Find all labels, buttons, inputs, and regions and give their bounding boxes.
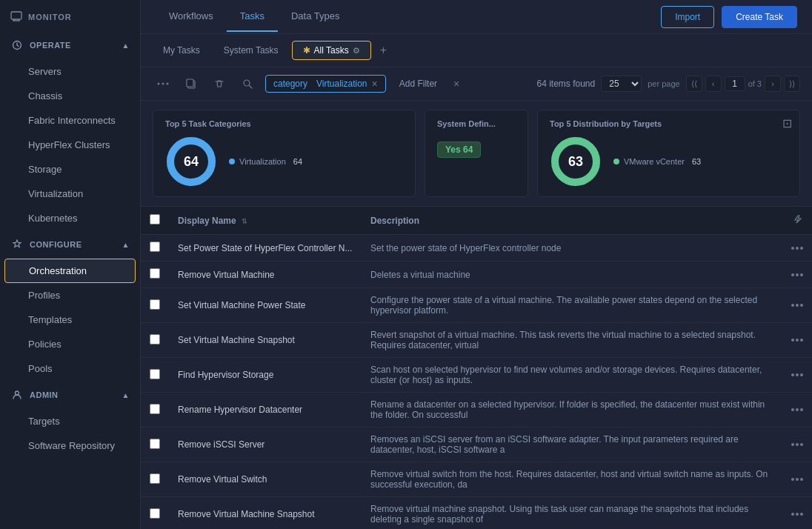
- monitor-label: MONITOR: [28, 13, 72, 21]
- sidebar-item-orchestration[interactable]: Orchestration: [4, 259, 136, 283]
- all-tasks-gear-icon[interactable]: ⚙: [353, 46, 360, 56]
- page-prev-button[interactable]: ‹: [705, 76, 722, 92]
- table-row[interactable]: Set Virtual Machine Snapshot Revert snap…: [141, 323, 812, 358]
- sub-tab-my-tasks[interactable]: My Tasks: [153, 41, 210, 59]
- page-number-input[interactable]: [725, 76, 745, 91]
- sidebar-item-pools[interactable]: Pools: [0, 356, 140, 381]
- sidebar-item-targets[interactable]: Targets: [0, 409, 140, 433]
- import-button[interactable]: Import: [661, 6, 714, 28]
- table-row[interactable]: Set Power State of HyperFlex Controller …: [141, 235, 812, 262]
- row-display-name-0: Set Power State of HyperFlex Controller …: [169, 235, 362, 262]
- row-more-button-0[interactable]: [791, 247, 803, 250]
- page-first-button[interactable]: ⟨⟨: [686, 76, 702, 92]
- admin-icon: [10, 388, 24, 402]
- row-more-button-5[interactable]: [791, 408, 803, 411]
- top5-dist-content: 63 VMware vCenter 63: [550, 136, 788, 187]
- tab-data-types[interactable]: Data Types: [278, 1, 353, 32]
- operate-section-header[interactable]: OPERATE ▲: [0, 31, 140, 59]
- add-tab-button[interactable]: +: [374, 40, 393, 61]
- row-checkbox-4[interactable]: [150, 369, 160, 379]
- delete-icon[interactable]: [209, 73, 230, 94]
- configure-section-header[interactable]: CONFIGURE ▲: [0, 230, 140, 259]
- row-more-button-4[interactable]: [791, 373, 803, 376]
- add-filter-button[interactable]: Add Filter: [393, 76, 443, 91]
- charts-row: Top 5 Task Categories 64 Virtualization: [141, 101, 812, 207]
- sort-arrows-name: ⇅: [242, 218, 247, 225]
- row-checkbox-8[interactable]: [150, 508, 160, 519]
- table-row[interactable]: Set Virtual Machine Power State Configur…: [141, 288, 812, 323]
- tab-workflows[interactable]: Workflows: [156, 1, 227, 32]
- table-row[interactable]: Remove iSCSI Server Removes an iSCSI ser…: [141, 427, 812, 462]
- row-checkbox-0[interactable]: [150, 242, 160, 252]
- page-next-button[interactable]: ›: [765, 76, 781, 92]
- sidebar-item-virtualization[interactable]: Virtualization: [0, 182, 140, 206]
- tab-tasks[interactable]: Tasks: [227, 1, 278, 32]
- table-row[interactable]: Remove Virtual Machine Deletes a virtual…: [141, 262, 812, 288]
- sub-tab-system-tasks[interactable]: System Tasks: [213, 41, 289, 59]
- page-last-button[interactable]: ⟩⟩: [784, 76, 800, 92]
- more-options-icon[interactable]: [153, 73, 173, 94]
- row-more-button-6[interactable]: [791, 443, 803, 446]
- row-more-button-2[interactable]: [791, 304, 803, 307]
- row-display-name-8: Remove Virtual Machine Snapshot: [169, 497, 362, 530]
- row-actions-0[interactable]: [782, 235, 812, 262]
- filter-remove-icon[interactable]: ×: [372, 78, 378, 90]
- row-checkbox-2[interactable]: [150, 299, 160, 310]
- table-row[interactable]: Rename Hypervisor Datacenter Rename a da…: [141, 393, 812, 427]
- configure-icon: [10, 238, 24, 251]
- row-actions-5[interactable]: [782, 393, 812, 427]
- sidebar-item-policies[interactable]: Policies: [0, 332, 140, 356]
- row-actions-4[interactable]: [782, 358, 812, 393]
- row-checkbox-3[interactable]: [150, 334, 160, 345]
- row-checkbox-1[interactable]: [150, 268, 160, 279]
- sidebar-item-servers[interactable]: Servers: [0, 59, 140, 84]
- row-more-button-3[interactable]: [791, 339, 803, 342]
- row-description-7: Remove virtual switch from the host. Req…: [362, 462, 782, 497]
- row-checkbox-6[interactable]: [150, 439, 160, 449]
- admin-section-header[interactable]: ADMIN ▲: [0, 381, 140, 409]
- row-checkbox-7[interactable]: [150, 473, 160, 484]
- per-page-label: per page: [648, 79, 679, 88]
- create-task-button[interactable]: Create Task: [722, 6, 797, 28]
- legend-label-virtualization: Virtualization: [239, 157, 286, 166]
- admin-chevron: ▲: [122, 391, 130, 399]
- filter-tag[interactable]: category Virtualization ×: [265, 75, 386, 93]
- row-actions-8[interactable]: [782, 497, 812, 530]
- top-nav-actions: Import Create Task: [661, 6, 797, 28]
- configure-chevron: ▲: [122, 241, 130, 249]
- sub-tab-all-tasks[interactable]: ✱ All Tasks ⚙: [292, 41, 371, 60]
- table-row[interactable]: Remove Virtual Machine Snapshot Remove v…: [141, 497, 812, 530]
- row-display-name-3: Set Virtual Machine Snapshot: [169, 323, 362, 358]
- row-actions-3[interactable]: [782, 323, 812, 358]
- row-display-name-7: Remove Virtual Switch: [169, 462, 362, 497]
- row-checkbox-5[interactable]: [150, 404, 160, 414]
- sidebar-item-profiles[interactable]: Profiles: [0, 283, 140, 307]
- row-description-8: Remove virtual machine snapshot. Using t…: [362, 497, 782, 530]
- row-actions-2[interactable]: [782, 288, 812, 323]
- row-more-button-7[interactable]: [791, 478, 803, 481]
- page-of-label: of 3: [748, 79, 762, 88]
- chart-collapse-button[interactable]: ⊡: [782, 116, 792, 130]
- row-actions-7[interactable]: [782, 462, 812, 497]
- sidebar-item-hyperflex-clusters[interactable]: HyperFlex Clusters: [0, 133, 140, 157]
- sidebar-item-kubernetes[interactable]: Kubernetes: [0, 206, 140, 230]
- row-actions-1[interactable]: [782, 262, 812, 288]
- sidebar-item-chassis[interactable]: Chassis: [0, 84, 140, 108]
- top-tabs: Workflows Tasks Data Types: [156, 1, 353, 32]
- row-actions-6[interactable]: [782, 427, 812, 462]
- sidebar-item-storage[interactable]: Storage: [0, 157, 140, 182]
- top5-dist-donut-value: 63: [568, 154, 583, 170]
- sidebar-item-software-repository[interactable]: Software Repository: [0, 433, 140, 458]
- header-display-name[interactable]: Display Name ⇅: [169, 207, 362, 235]
- clear-filter-button[interactable]: ×: [450, 78, 462, 90]
- sidebar-item-fabric-interconnects[interactable]: Fabric Interconnects: [0, 108, 140, 133]
- table-row[interactable]: Remove Virtual Switch Remove virtual swi…: [141, 462, 812, 497]
- row-more-button-8[interactable]: [791, 513, 803, 516]
- copy-icon[interactable]: [181, 73, 202, 94]
- per-page-select[interactable]: 25 50 100: [601, 76, 642, 92]
- select-all-checkbox[interactable]: [150, 214, 160, 224]
- row-more-button-1[interactable]: [791, 273, 803, 276]
- table-row[interactable]: Find Hypervisor Storage Scan host on sel…: [141, 358, 812, 393]
- sidebar-item-templates[interactable]: Templates: [0, 307, 140, 332]
- search-icon[interactable]: [237, 73, 258, 94]
